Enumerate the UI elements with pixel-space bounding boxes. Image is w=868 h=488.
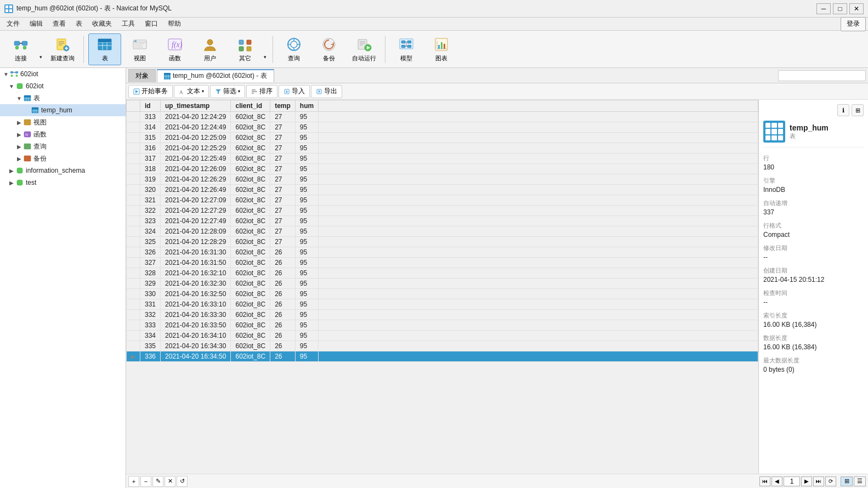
table-row[interactable]: 3212021-04-20 12:27:09602iot_8C2795 (127, 195, 758, 206)
table-row[interactable]: 3152021-04-20 12:25:09602iot_8C2795 (127, 133, 758, 143)
edit-row-button[interactable]: ✎ (152, 476, 163, 487)
menu-help[interactable]: 帮助 (163, 18, 185, 30)
tree-database[interactable]: ▼ 602iot (0, 80, 126, 92)
add-row-button[interactable]: + (128, 476, 139, 487)
table-row[interactable]: 3332021-04-20 16:33:50602iot_8C2695 (127, 320, 758, 331)
col-header-temp[interactable]: temp (270, 100, 296, 112)
table-row[interactable]: 3132021-04-20 12:24:29602iot_8C2795 (127, 112, 758, 122)
begin-tx-button[interactable]: 开始事务 (128, 85, 173, 98)
backup-button[interactable]: 备份 (313, 33, 345, 65)
grid-view-button[interactable]: ⊞ (841, 476, 853, 486)
cell-client_id: 602iot_8C (231, 122, 270, 133)
other-button[interactable]: 其它 (229, 33, 262, 65)
connect-arrow[interactable]: ▾ (37, 33, 44, 65)
discard-button[interactable]: ✕ (164, 476, 175, 487)
tree-views-group[interactable]: ▶ 视图 (0, 116, 126, 128)
close-button[interactable]: ✕ (849, 3, 864, 14)
cell-client_id: 602iot_8C (231, 310, 270, 320)
col-header-hum[interactable]: hum (295, 100, 318, 112)
tree-db-test[interactable]: ▶ test (0, 177, 126, 189)
minimize-button[interactable]: ─ (816, 3, 831, 14)
table-row[interactable]: 3342021-04-20 16:34:10602iot_8C2695 (127, 331, 758, 341)
menu-edit[interactable]: 编辑 (25, 18, 47, 30)
tree-backups-group[interactable]: ▶ 备份 (0, 152, 126, 164)
refresh-button[interactable]: ⟳ (825, 476, 836, 486)
table-row[interactable]: 3282021-04-20 16:32:10602iot_8C2695 (127, 268, 758, 279)
table-row[interactable]: 3272021-04-20 16:31:50602iot_8C2695 (127, 258, 758, 268)
cell-id: 332 (140, 310, 161, 320)
col-header-id[interactable]: id (140, 100, 161, 112)
menu-window[interactable]: 窗口 (140, 18, 162, 30)
info-grid-button[interactable]: ⊞ (852, 104, 864, 116)
auto-run-button[interactable]: 自动运行 (348, 33, 381, 65)
menu-favorites[interactable]: 收藏夹 (88, 18, 116, 30)
form-view-button[interactable]: ☰ (854, 476, 866, 486)
search-input[interactable] (778, 70, 866, 81)
function-button[interactable]: f(x) 函数 (158, 33, 191, 65)
login-button[interactable]: 登录 (841, 17, 866, 31)
table-row[interactable]: 3322021-04-20 16:33:30602iot_8C2695 (127, 310, 758, 320)
tree-tables-group[interactable]: ▼ 表 (0, 92, 126, 104)
view-button[interactable]: 视图 (123, 33, 156, 65)
table-row[interactable]: 3292021-04-20 16:32:30602iot_8C2695 (127, 279, 758, 289)
chart-button[interactable]: 图表 (425, 33, 458, 65)
table-row[interactable]: 3312021-04-20 16:33:10602iot_8C2695 (127, 299, 758, 310)
table-data-tab[interactable]: temp_hum @602iot (602iot) - 表 (157, 69, 274, 82)
svg-rect-0 (5, 5, 8, 8)
filter-button[interactable]: 筛选 ▾ (210, 85, 245, 98)
menu-tools[interactable]: 工具 (117, 18, 139, 30)
query-button[interactable]: 查询 (277, 33, 310, 65)
cell-indicator (127, 289, 140, 299)
text-button[interactable]: A 文本 ▾ (174, 85, 209, 98)
first-page-button[interactable]: ⏮ (759, 476, 770, 486)
table-row[interactable]: 3202021-04-20 12:26:49602iot_8C2795 (127, 185, 758, 195)
tree-queries-group[interactable]: ▶ 查询 (0, 140, 126, 152)
table-row[interactable]: 3182021-04-20 12:26:09602iot_8C2795 (127, 164, 758, 174)
export-button[interactable]: 导出 (311, 85, 342, 98)
other-label: 其它 (239, 54, 251, 63)
col-header-client-id[interactable]: client_id (231, 100, 270, 112)
menu-view[interactable]: 查看 (48, 18, 70, 30)
tree-db-info-schema[interactable]: ▶ information_schema (0, 164, 126, 177)
table-row[interactable]: 3232021-04-20 12:27:49602iot_8C2795 (127, 216, 758, 226)
table-row[interactable]: 3142021-04-20 12:24:49602iot_8C2795 (127, 122, 758, 133)
user-button[interactable]: 用户 (194, 33, 226, 65)
cell-id: 330 (140, 289, 161, 299)
cell-indicator (127, 237, 140, 247)
tree-connection[interactable]: ▼ 602iot (0, 68, 126, 80)
object-tab[interactable]: 对象 (128, 69, 156, 82)
table-row[interactable]: 3262021-04-20 16:31:30602iot_8C2695 (127, 247, 758, 258)
save-button[interactable]: ↺ (177, 476, 188, 487)
sort-button[interactable]: 排序 (246, 85, 277, 98)
connection-arrow: ▼ (2, 71, 10, 77)
last-page-button[interactable]: ⏭ (813, 476, 824, 486)
table-container[interactable]: id up_timestamp client_id temp hum 31320… (126, 100, 758, 474)
table-row[interactable]: 3252021-04-20 12:28:29602iot_8C2795 (127, 237, 758, 247)
table-row[interactable]: 3242021-04-20 12:28:09602iot_8C2795 (127, 226, 758, 237)
cell-id: 320 (140, 185, 161, 195)
info-icon-button[interactable]: ℹ (837, 104, 849, 116)
page-input[interactable] (784, 476, 800, 486)
table-row[interactable]: ▶3362021-04-20 16:34:50602iot_8C2695 (127, 351, 758, 362)
table-row[interactable]: 3222021-04-20 12:27:29602iot_8C2795 (127, 206, 758, 216)
table-row[interactable]: 3192021-04-20 12:26:29602iot_8C2795 (127, 174, 758, 185)
import-button[interactable]: 导入 (279, 85, 310, 98)
tree-table-temp-hum[interactable]: temp_hum (0, 104, 126, 116)
menu-file[interactable]: 文件 (2, 18, 24, 30)
col-header-up-timestamp[interactable]: up_timestamp (161, 100, 231, 112)
other-arrow[interactable]: ▾ (262, 33, 268, 65)
menu-table[interactable]: 表 (71, 18, 87, 30)
delete-row-button[interactable]: − (140, 476, 151, 487)
maximize-button[interactable]: □ (833, 3, 847, 14)
table-row[interactable]: 3302021-04-20 16:32:50602iot_8C2695 (127, 289, 758, 299)
model-button[interactable]: 模型 (390, 33, 423, 65)
prev-page-button[interactable]: ◀ (771, 476, 782, 486)
next-page-button[interactable]: ▶ (801, 476, 812, 486)
tree-functions-group[interactable]: ▶ fx 函数 (0, 128, 126, 140)
table-row[interactable]: 3162021-04-20 12:25:29602iot_8C2795 (127, 143, 758, 154)
table-button[interactable]: 表 (88, 33, 121, 65)
table-row[interactable]: 3172021-04-20 12:25:49602iot_8C2795 (127, 154, 758, 164)
table-row[interactable]: 3352021-04-20 16:34:30602iot_8C2695 (127, 341, 758, 351)
new-query-button[interactable]: 新建查询 (46, 33, 79, 65)
connect-button[interactable]: 连接 (4, 33, 37, 65)
